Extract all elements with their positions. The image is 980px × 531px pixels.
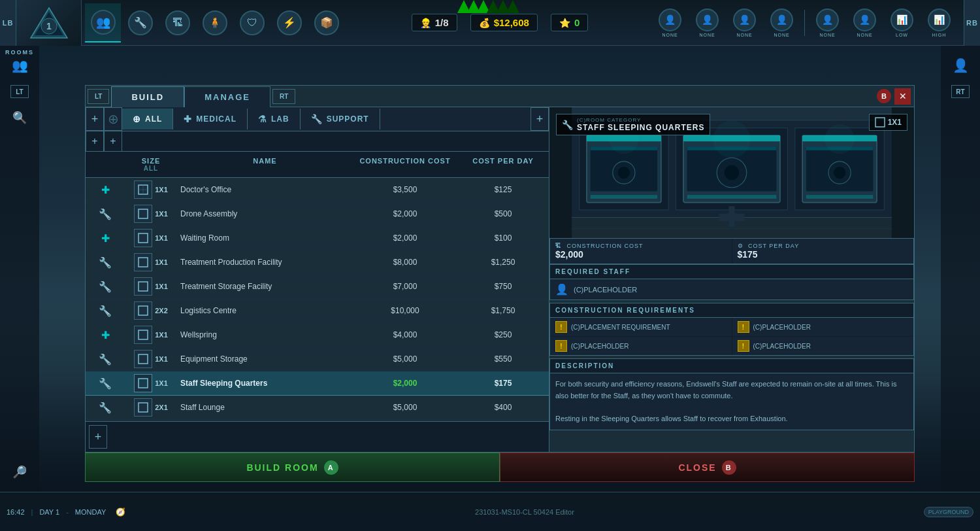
right-stat-icon-2: 👤 xyxy=(733,9,756,31)
nav-icon-box[interactable]: 📦 xyxy=(308,3,344,43)
rating-icon: ⭐ xyxy=(559,18,570,28)
row-cost-0: $3,500 xyxy=(353,185,457,194)
row-cost-6: $4,000 xyxy=(353,330,457,339)
nav-icon-wrench[interactable]: 🔧 xyxy=(122,3,158,43)
header-size[interactable]: SIZE ALL xyxy=(125,157,177,172)
nav-icon-people[interactable]: 👥 xyxy=(85,3,121,43)
row-icon-3: 🔧 xyxy=(86,256,125,269)
row-name-1: Drone Assembly xyxy=(177,209,353,218)
rt-tab-btn[interactable]: RT xyxy=(272,89,295,104)
table-row[interactable]: 🔧 2X2 Logistics Centre $10,000 $1,750 xyxy=(86,299,549,323)
req-text-0: (C)PLACEMENT REQUIREMENT xyxy=(571,324,670,331)
row-icon-2: ✚ xyxy=(86,232,125,245)
right-stat-label-5: NONE xyxy=(857,33,872,37)
svg-point-58 xyxy=(834,167,845,179)
row-day-0: $125 xyxy=(457,185,549,194)
row-size-4: 1X1 xyxy=(125,277,177,296)
sidebar-zoom-out[interactable]: 🔎 xyxy=(7,459,33,485)
sidebar-icon-lt[interactable]: LT xyxy=(10,85,29,98)
build-badge: A xyxy=(324,460,338,475)
table-row[interactable]: ✚ 1X1 Doctor's Office $3,500 $125 xyxy=(86,178,549,202)
lt-tab-btn[interactable]: LT xyxy=(88,89,109,104)
build-room-button[interactable]: BUILD ROOM A xyxy=(85,453,500,482)
staff-placeholder-text: (C)PLACEHOLDER xyxy=(574,286,637,294)
svg-rect-19 xyxy=(139,354,148,364)
day-icon: ⚙ xyxy=(738,243,743,249)
size-filter-left[interactable]: + xyxy=(86,131,104,151)
row-icon-7: 🔧 xyxy=(86,353,125,366)
table-row[interactable]: 🔧 1X1 Drone Assembly $2,000 $500 xyxy=(86,202,549,226)
right-stat-label-1: NONE xyxy=(699,33,715,37)
svg-rect-64 xyxy=(728,206,734,227)
money-stat: 💰 $12,608 xyxy=(470,14,538,31)
hud-nav-icons: 👥 🔧 🏗 🧍 🛡 ⚡ 📦 xyxy=(82,3,348,43)
filter-tab-support[interactable]: 🔧 SUPPORT xyxy=(301,109,380,129)
row-size-5: 2X2 xyxy=(125,301,177,320)
table-row[interactable]: 🔧 1X1 Treatment Production Facility $8,0… xyxy=(86,250,549,275)
close-button[interactable]: CLOSE B xyxy=(500,453,915,482)
size-filter-row: + + xyxy=(86,131,549,152)
sidebar-right-icon[interactable]: 👤 xyxy=(947,52,973,78)
svg-rect-45 xyxy=(591,195,657,199)
filter-add-left[interactable]: + xyxy=(86,107,104,131)
row-day-4: $750 xyxy=(457,282,549,291)
header-cost[interactable]: CONSTRUCTION COST xyxy=(353,157,457,172)
header-name[interactable]: NAME xyxy=(177,157,353,172)
construction-cost-value: $2,000 xyxy=(555,249,727,260)
row-name-9: Staff Lounge xyxy=(177,403,353,412)
filter-add-right[interactable]: + xyxy=(531,107,549,131)
header-size-label: SIZE xyxy=(142,157,160,165)
filter-tab-lab[interactable]: ⚗ LAB xyxy=(248,109,301,129)
right-stat-label-6: LOW xyxy=(896,33,908,37)
row-cost-3: $8,000 xyxy=(353,258,457,267)
room-list-add-btn[interactable]: + xyxy=(89,425,107,449)
green-triangles-deco xyxy=(451,0,529,13)
room-list-panel: + ⊕ ⊕ ALL ✚ MEDICAL ⚗ LAB 🔧 SUPPORT xyxy=(86,107,549,452)
svg-marker-9 xyxy=(506,0,519,13)
sidebar-right-rt[interactable]: RT xyxy=(951,85,970,98)
req-warning-icon-1: ! xyxy=(738,321,749,333)
table-row[interactable]: ✚ 1X1 Waiting Room $2,000 $100 xyxy=(86,226,549,250)
row-cost-4: $7,000 xyxy=(353,282,457,291)
table-row-selected[interactable]: 🔧 1X1 Staff Sleeping Quarters $2,000 $17… xyxy=(86,371,549,396)
money-icon: 💰 xyxy=(479,18,490,28)
window-close-button[interactable]: ✕ xyxy=(894,88,911,105)
table-row[interactable]: 🔧 2X1 Staff Lounge $5,000 $400 xyxy=(86,396,549,420)
cost-per-day-value: $175 xyxy=(738,249,909,260)
room-table[interactable]: ✚ 1X1 Doctor's Office $3,500 $125 🔧 1X1 xyxy=(86,178,549,421)
row-size-9: 2X1 xyxy=(125,398,177,417)
table-row[interactable]: ✚ 1X1 Wellspring $4,000 $250 xyxy=(86,323,549,347)
right-stat-7: 📊 HIGH xyxy=(921,9,957,37)
sidebar-zoom-in[interactable]: 🔍 xyxy=(7,105,33,131)
nav-icon-shield[interactable]: 🛡 xyxy=(234,3,270,43)
tab-build[interactable]: BUILD xyxy=(111,86,184,107)
rb-button[interactable]: RB xyxy=(964,0,980,46)
filter-medical-icon: ✚ xyxy=(184,114,192,124)
row-size-7: 1X1 xyxy=(125,350,177,368)
tab-manage[interactable]: MANAGE xyxy=(184,86,270,107)
table-row[interactable]: 🔧 1X1 Equipment Storage $5,000 $550 xyxy=(86,347,549,371)
filter-tab-all[interactable]: ⊕ ALL xyxy=(122,109,173,129)
build-label: BUILD ROOM xyxy=(246,462,318,473)
header-day-label: COST PER DAY xyxy=(472,157,534,165)
lb-button[interactable]: LB xyxy=(0,0,16,46)
workers-stat: 👷 1/8 xyxy=(412,14,457,31)
construction-cost-label: 🏗 CONSTRUCTION COST xyxy=(555,243,727,249)
bottom-version: 231031-MS10-CL 50424 Editor xyxy=(475,508,574,516)
req-item-0: ! (C)PLACEMENT REQUIREMENT xyxy=(550,318,732,336)
right-stat-4: 👤 NONE xyxy=(809,9,845,37)
filter-add-left2[interactable]: ⊕ xyxy=(104,107,122,131)
nav-icon-person[interactable]: 🧍 xyxy=(197,3,233,43)
filter-tab-medical[interactable]: ✚ MEDICAL xyxy=(173,109,248,129)
b-button[interactable]: B xyxy=(877,89,891,103)
table-row[interactable]: ⚗ 1X1 Consumer Research $6,000 $200 xyxy=(86,420,549,421)
right-stat-icon-0: 👤 xyxy=(659,9,681,31)
sidebar-icon-people[interactable]: 👥 xyxy=(7,52,33,78)
size-filter-left2[interactable]: + xyxy=(104,131,122,151)
header-day[interactable]: COST PER DAY xyxy=(457,157,549,172)
nav-icon-crane[interactable]: 🏗 xyxy=(159,3,195,43)
nav-icon-arrows[interactable]: ⚡ xyxy=(271,3,307,43)
svg-rect-21 xyxy=(139,403,148,412)
table-row[interactable]: 🔧 1X1 Treatment Storage Facility $7,000 … xyxy=(86,275,549,299)
row-day-6: $250 xyxy=(457,330,549,339)
